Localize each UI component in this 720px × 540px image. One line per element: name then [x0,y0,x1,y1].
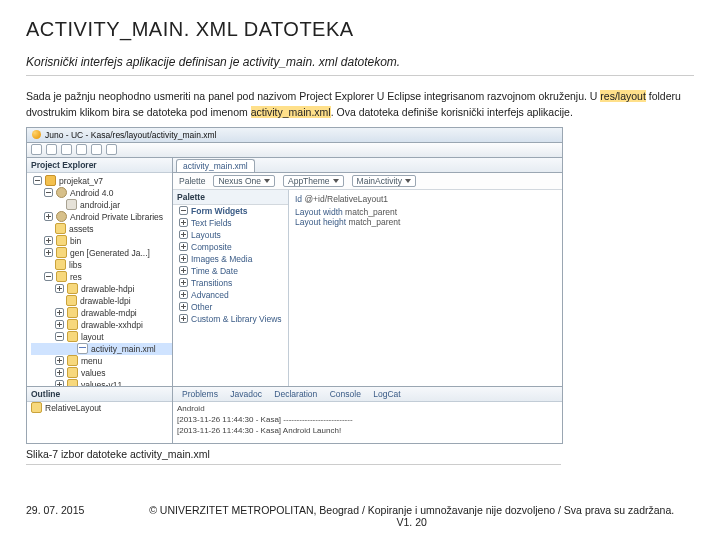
expand-icon[interactable] [44,212,53,221]
tree-item[interactable]: android.jar [31,199,172,211]
ide-titlebar: Juno - UC - Kasa/res/layout/activity_mai… [27,128,562,143]
palette-category[interactable]: Form Widgets [173,205,288,217]
console-output: Android [2013-11-26 11:44:30 - Kasa] ---… [173,402,562,437]
folder-icon [56,235,67,246]
toolbar-button[interactable] [46,144,57,155]
folder-icon [56,247,67,258]
palette-category[interactable]: Other [173,301,288,313]
tab-console[interactable]: Console [325,388,366,400]
expand-icon[interactable] [179,266,188,275]
collapse-icon[interactable] [179,206,188,215]
tab-logcat[interactable]: LogCat [368,388,405,400]
outline-header: Outline [27,387,172,402]
chevron-down-icon [333,179,339,183]
toolbar-button[interactable] [61,144,72,155]
palette-category[interactable]: Images & Media [173,253,288,265]
expand-icon[interactable] [44,248,53,257]
tab-declaration[interactable]: Declaration [269,388,322,400]
expand-icon[interactable] [55,368,64,377]
folder-icon [67,283,78,294]
toolbar-button[interactable] [106,144,117,155]
toolbar-button[interactable] [91,144,102,155]
tree-item[interactable]: gen [Generated Ja...] [31,247,172,259]
juno-icon [32,130,41,139]
tree-item[interactable]: layout [31,331,172,343]
tree-item[interactable]: values-v11 [31,379,172,386]
expand-icon[interactable] [55,284,64,293]
folder-icon [67,379,78,386]
tree-item[interactable]: drawable-ldpi [31,295,172,307]
tab-problems[interactable]: Problems [177,388,223,400]
project-explorer-header: Project Explorer [27,158,172,173]
palette-category[interactable]: Transitions [173,277,288,289]
body-text-3: . Ova datoteka definiše korisnički inter… [331,106,573,118]
collapse-icon[interactable] [44,272,53,281]
folder-icon [55,259,66,270]
expand-icon[interactable] [179,302,188,311]
tree-item[interactable]: menu [31,355,172,367]
tree-item[interactable]: Android 4.0 [31,187,172,199]
collapse-icon[interactable] [55,332,64,341]
palette-category[interactable]: Composite [173,241,288,253]
highlight-res-layout: res/layout [600,90,646,102]
toolbar-button[interactable] [31,144,42,155]
tree-item[interactable]: drawable-hdpi [31,283,172,295]
expand-icon[interactable] [55,308,64,317]
expand-icon[interactable] [55,380,64,386]
toolbar-button[interactable] [76,144,87,155]
page-footer: 29. 07. 2015 © UNIVERZITET METROPOLITAN,… [0,504,720,528]
expand-icon[interactable] [44,236,53,245]
console-line: [2013-11-26 11:44:30 - Kasa] -----------… [177,414,558,425]
editor-tab-activity-main[interactable]: activity_main.xml [176,159,255,172]
tree-item[interactable]: drawable-xxhdpi [31,319,172,331]
project-explorer-panel: Project Explorer projekat_v7 Android 4.0… [27,158,173,386]
ide-title-text: Juno - UC - Kasa/res/layout/activity_mai… [45,130,216,140]
activity-dropdown[interactable]: MainActivity [352,175,416,187]
tree-item[interactable]: drawable-mdpi [31,307,172,319]
palette-category[interactable]: Custom & Library Views [173,313,288,325]
expand-icon[interactable] [179,314,188,323]
expand-icon[interactable] [179,278,188,287]
figure-caption: Slika-7 izbor datoteke activity_main.xml [26,448,561,465]
ide-bottom-panel: Outline RelativeLayout Problems Javadoc … [27,386,562,443]
theme-dropdown[interactable]: AppTheme [283,175,344,187]
expand-icon[interactable] [179,218,188,227]
tree-item-activity-main[interactable]: activity_main.xml [31,343,172,355]
tab-javadoc[interactable]: Javadoc [225,388,267,400]
chevron-down-icon [264,179,270,183]
palette-category[interactable]: Advanced [173,289,288,301]
tree-item[interactable]: libs [31,259,172,271]
editor-area: activity_main.xml Palette Nexus One AppT… [173,158,562,386]
palette-header: Palette [173,190,288,205]
device-dropdown[interactable]: Nexus One [213,175,275,187]
footer-version: V1. 20 [397,516,427,528]
folder-icon [67,319,78,330]
expand-icon[interactable] [55,320,64,329]
widget-palette: Palette Form Widgets Text Fields Layouts… [173,190,289,386]
prop-layout-height: match_parent [348,217,400,227]
outline-panel: Outline RelativeLayout [27,387,173,443]
prop-id: @+id/RelativeLayout1 [304,194,388,204]
tree-project[interactable]: projekat_v7 [31,175,172,187]
palette-category[interactable]: Text Fields [173,217,288,229]
tree-item[interactable]: values [31,367,172,379]
tree-item[interactable]: Android Private Libraries [31,211,172,223]
expand-icon[interactable] [179,242,188,251]
collapse-icon[interactable] [44,188,53,197]
console-label: Android [177,403,558,414]
body-text-1: Sada je pažnju neophodno usmeriti na pan… [26,90,600,102]
expand-icon[interactable] [179,290,188,299]
project-tree[interactable]: projekat_v7 Android 4.0 android.jar Andr… [27,173,172,386]
expand-icon[interactable] [55,356,64,365]
collapse-icon[interactable] [33,176,42,185]
folder-icon [56,271,67,282]
prop-layout-width: match_parent [345,207,397,217]
expand-icon[interactable] [179,230,188,239]
tree-item[interactable]: bin [31,235,172,247]
outline-item[interactable]: RelativeLayout [27,402,172,414]
palette-category[interactable]: Layouts [173,229,288,241]
tree-item[interactable]: res [31,271,172,283]
palette-category[interactable]: Time & Date [173,265,288,277]
tree-item[interactable]: assets [31,223,172,235]
expand-icon[interactable] [179,254,188,263]
